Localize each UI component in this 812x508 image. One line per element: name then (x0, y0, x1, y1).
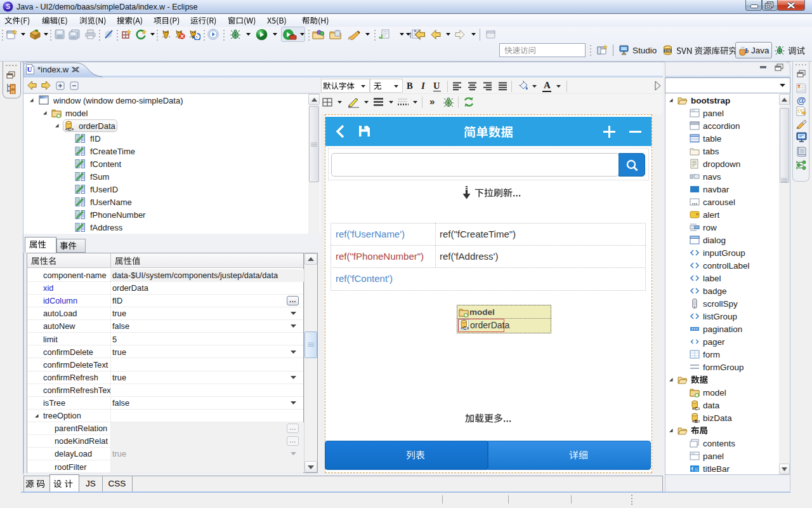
svg-text:近: 近 (695, 467, 698, 471)
svg-text:U: U (27, 65, 32, 73)
svg-text:<C>: <C> (461, 326, 469, 330)
svg-text:<B>: <B> (692, 419, 700, 424)
svg-text:<C>: <C> (692, 406, 700, 411)
svg-text:<C>: <C> (65, 127, 74, 131)
svg-text:SVN: SVN (665, 50, 671, 53)
svg-text:J: J (744, 46, 748, 54)
